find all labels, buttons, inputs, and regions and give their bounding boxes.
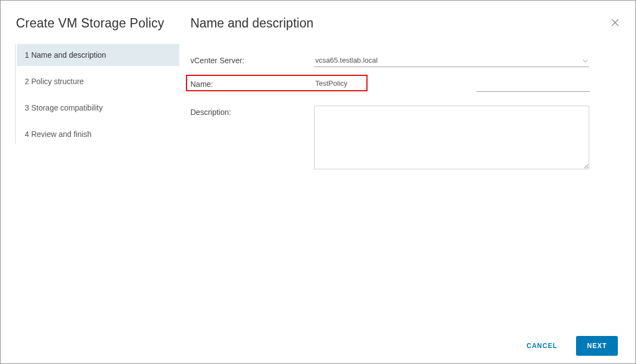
wizard-sidebar: Create VM Storage Policy 1 Name and desc… (1, 1, 179, 363)
name-field (314, 76, 366, 90)
close-button[interactable] (610, 18, 620, 28)
vcenter-server-select[interactable]: vcsa65.testlab.local (314, 54, 589, 67)
close-icon (611, 18, 619, 29)
description-field (314, 106, 589, 172)
wizard-content: Name and description vCenter Server: vcs… (179, 1, 635, 363)
description-row: Description: (190, 106, 618, 172)
chevron-down-icon (583, 57, 588, 64)
vcenter-server-row: vCenter Server: vcsa65.testlab.local (190, 54, 618, 67)
step-storage-compatibility[interactable]: 3 Storage compatibility (17, 97, 179, 119)
step-policy-structure[interactable]: 2 Policy structure (17, 70, 179, 92)
name-input[interactable] (314, 76, 366, 90)
vcenter-server-field: vcsa65.testlab.local (314, 54, 589, 67)
next-button[interactable]: NEXT (576, 336, 618, 356)
step-review-and-finish[interactable]: 4 Review and finish (17, 123, 179, 145)
name-highlight-box: Name: (186, 75, 368, 91)
description-label: Description: (190, 106, 314, 117)
vcenter-server-value: vcsa65.testlab.local (315, 56, 583, 64)
step-name-and-description[interactable]: 1 Name and description (17, 44, 179, 66)
create-vm-storage-policy-dialog: Create VM Storage Policy 1 Name and desc… (0, 0, 636, 364)
wizard-steps: 1 Name and description 2 Policy structur… (1, 44, 179, 145)
name-label: Name: (190, 78, 314, 89)
page-title: Name and description (190, 16, 618, 31)
description-textarea[interactable] (314, 106, 589, 169)
vcenter-server-label: vCenter Server: (190, 54, 314, 65)
wizard-title: Create VM Storage Policy (1, 16, 179, 44)
name-underline-extension (476, 91, 590, 92)
step-label: 1 Name and description (25, 51, 106, 59)
wizard-footer: CANCEL NEXT (517, 336, 618, 356)
step-label: 4 Review and finish (25, 130, 91, 139)
cancel-button[interactable]: CANCEL (517, 336, 567, 356)
step-label: 3 Storage compatibility (25, 103, 103, 112)
name-row: Name: (190, 75, 618, 98)
step-label: 2 Policy structure (25, 77, 84, 86)
